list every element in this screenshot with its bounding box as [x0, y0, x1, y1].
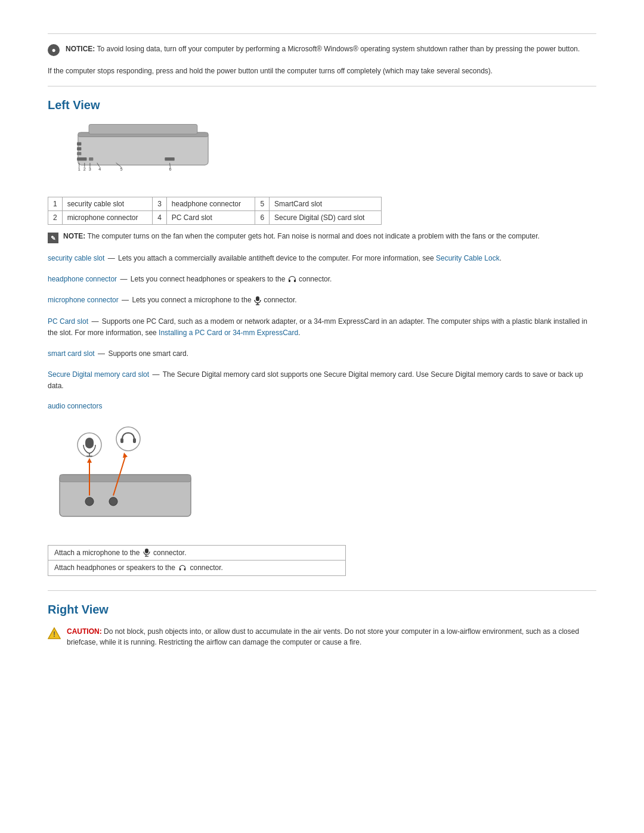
- note-box: ✎ NOTE: The computer turns on the fan wh…: [48, 232, 596, 243]
- section-divider-2: [48, 590, 596, 591]
- left-view-title: Left View: [48, 98, 596, 112]
- mic-icon-small: [143, 549, 150, 557]
- svg-rect-21: [256, 296, 259, 301]
- table-cell: PC Card slot: [166, 211, 255, 225]
- caution-body: Do not block, push objects into, or allo…: [67, 627, 579, 646]
- caution-label: CAUTION:: [67, 627, 102, 636]
- headphone-icon: [287, 275, 297, 284]
- table-cell: headphone connector: [166, 197, 255, 211]
- note-body: The computer turns on the fan when the c…: [87, 232, 539, 240]
- component-table: 1 security cable slot 3 headphone connec…: [48, 197, 382, 225]
- microphone-icon: [253, 296, 262, 305]
- security-cable-link[interactable]: Security Cable Lock: [436, 254, 500, 262]
- note-icon: ✎: [48, 233, 58, 243]
- svg-rect-33: [85, 438, 94, 448]
- svg-point-27: [109, 497, 117, 506]
- term-microphone: microphone connector: [48, 296, 119, 304]
- audio-diagram: [48, 415, 215, 540]
- section-divider-1: [48, 86, 596, 86]
- svg-point-36: [116, 427, 140, 451]
- audio-table: Attach a microphone to the connector. At…: [48, 545, 346, 577]
- term-security-cable: security cable slot: [48, 254, 104, 262]
- term-sd-card: Secure Digital memory card slot: [48, 370, 149, 379]
- notice-box: ● NOTICE: To avoid losing data, turn off…: [48, 44, 596, 56]
- page-content: ● NOTICE: To avoid losing data, turn off…: [0, 0, 644, 679]
- svg-rect-5: [77, 152, 81, 155]
- pc-card-link[interactable]: Installing a PC Card or 34-mm ExpressCar…: [159, 329, 298, 337]
- svg-marker-29: [87, 458, 92, 463]
- laptop-svg: 1 2 3 4 5 6: [48, 122, 239, 181]
- num-cell: 1: [48, 197, 63, 211]
- sd-card-desc: Secure Digital memory card slot — The Se…: [48, 369, 596, 392]
- table-row: 2 microphone connector 4 PC Card slot 6 …: [48, 211, 382, 225]
- table-cell: Secure Digital (SD) card slot: [270, 211, 382, 225]
- term-pc-card: PC Card slot: [48, 317, 88, 326]
- term-headphone: headphone connector: [48, 275, 117, 283]
- term-smart-card: smart card slot: [48, 349, 95, 358]
- num-cell: 3: [153, 197, 167, 211]
- table-row: Attach headphones or speakers to the con…: [48, 561, 346, 576]
- audio-diagram-svg: [48, 415, 215, 540]
- note-label: NOTE:: [63, 232, 85, 240]
- headphone-connector-row: Attach headphones or speakers to the con…: [48, 561, 346, 576]
- headphone-desc: headphone connector — Lets you connect h…: [48, 274, 596, 285]
- smart-card-desc: smart card slot — Supports one smart car…: [48, 348, 596, 360]
- svg-marker-31: [123, 453, 128, 458]
- microphone-desc: microphone connector — Lets you connect …: [48, 295, 596, 306]
- mic-connector-row: Attach a microphone to the connector.: [48, 545, 346, 561]
- caution-box: ! CAUTION: Do not block, push objects in…: [48, 626, 596, 648]
- num-cell: 2: [48, 211, 63, 225]
- notice-body: To avoid losing data, turn off your comp…: [97, 45, 580, 53]
- num-cell: 4: [153, 211, 167, 225]
- security-cable-desc: security cable slot — Lets you attach a …: [48, 253, 596, 264]
- audio-connectors-label: audio connectors: [48, 402, 596, 410]
- right-view-title: Right View: [48, 603, 596, 617]
- svg-rect-3: [77, 143, 81, 145]
- num-cell: 6: [255, 211, 270, 225]
- table-cell: security cable slot: [62, 197, 152, 211]
- svg-rect-39: [145, 549, 148, 553]
- num-cell: 5: [255, 197, 270, 211]
- svg-rect-25: [60, 475, 191, 482]
- pc-card-desc: PC Card slot — Supports one PC Card, suc…: [48, 316, 596, 339]
- svg-rect-6: [77, 157, 86, 160]
- svg-rect-0: [78, 132, 208, 165]
- svg-rect-38: [133, 438, 136, 443]
- svg-rect-37: [120, 438, 123, 443]
- svg-rect-4: [77, 147, 81, 150]
- caution-text: CAUTION: Do not block, push objects into…: [67, 626, 596, 648]
- top-divider: [48, 33, 596, 34]
- table-row: 1 security cable slot 3 headphone connec…: [48, 197, 382, 211]
- table-cell: microphone connector: [62, 211, 152, 225]
- headphone-icon-small: [178, 564, 187, 572]
- svg-text:!: !: [53, 630, 55, 639]
- svg-rect-7: [89, 157, 93, 160]
- power-off-text: If the computer stops responding, press …: [48, 66, 596, 76]
- notice-label: NOTICE:: [66, 45, 95, 53]
- table-row: Attach a microphone to the connector.: [48, 545, 346, 561]
- svg-point-26: [85, 497, 94, 506]
- laptop-image: 1 2 3 4 5 6: [48, 122, 239, 187]
- svg-rect-2: [89, 125, 197, 134]
- caution-icon: !: [48, 627, 61, 640]
- svg-rect-8: [165, 157, 174, 160]
- note-text: NOTE: The computer turns on the fan when…: [63, 232, 540, 240]
- table-cell: SmartCard slot: [270, 197, 382, 211]
- notice-icon: ●: [48, 44, 60, 56]
- notice-text: NOTICE: To avoid losing data, turn off y…: [66, 44, 580, 54]
